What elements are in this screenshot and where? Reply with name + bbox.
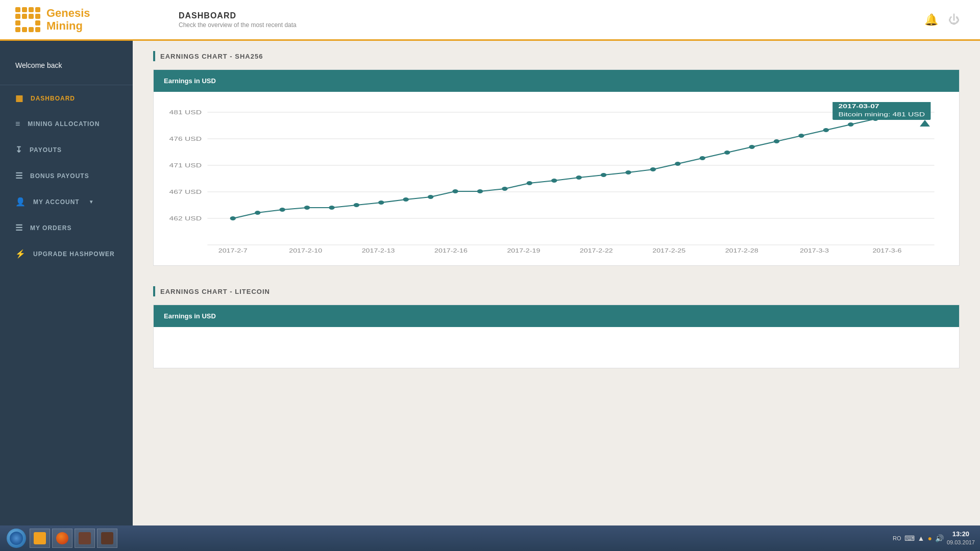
tray-arrow-icon: ▲ bbox=[918, 534, 925, 542]
logo-dot bbox=[15, 27, 20, 32]
tray-date-value: 09.03.2017 bbox=[947, 539, 975, 546]
sidebar-item-payouts-label: PAYOUTS bbox=[30, 146, 62, 154]
logo-dot bbox=[22, 20, 27, 26]
svg-text:2017-2-22: 2017-2-22 bbox=[580, 248, 613, 254]
svg-marker-53 bbox=[920, 120, 930, 127]
dashboard-icon: ▦ bbox=[15, 93, 23, 103]
svg-point-29 bbox=[428, 195, 433, 199]
list-icon: ☰ bbox=[15, 171, 23, 181]
litecoin-section-bar bbox=[153, 286, 155, 296]
litecoin-chart-header: Earnings in USD bbox=[154, 305, 959, 327]
svg-point-24 bbox=[304, 206, 310, 210]
logo-dot bbox=[15, 7, 20, 12]
sidebar-item-mining-label: MINING ALLOCATION bbox=[28, 120, 100, 128]
sidebar-item-dashboard[interactable]: ▦ DASHBOARD bbox=[0, 85, 133, 111]
svg-text:471 USD: 471 USD bbox=[169, 162, 202, 168]
start-orb bbox=[7, 529, 26, 548]
sidebar-item-upgrade-hashpower[interactable]: ⚡ UPGRADE HASHPOWER bbox=[0, 241, 133, 267]
sidebar-item-bonus-payouts[interactable]: ☰ BONUS PAYOUTS bbox=[0, 163, 133, 189]
litecoin-chart-body bbox=[154, 327, 959, 368]
header-title-area: DASHBOARD Check the overview of the most… bbox=[179, 11, 297, 29]
sidebar-item-my-orders[interactable]: ☰ MY ORDERS bbox=[0, 215, 133, 241]
svg-point-46 bbox=[848, 122, 853, 127]
logo-dot bbox=[22, 14, 27, 19]
logo-dot bbox=[35, 27, 40, 32]
tray-volume-icon: 🔊 bbox=[935, 534, 944, 542]
bolt-icon: ⚡ bbox=[15, 249, 26, 259]
content-area[interactable]: EARNINGS CHART - SHA256 Earnings in USD bbox=[133, 41, 980, 525]
sha256-section-header: EARNINGS CHART - SHA256 bbox=[153, 51, 960, 61]
start-button[interactable] bbox=[5, 528, 28, 548]
taskbar-firefox-btn[interactable] bbox=[52, 529, 72, 548]
logo-text: Genesis Mining bbox=[46, 7, 90, 32]
power-icon[interactable]: ⏻ bbox=[948, 13, 960, 27]
logo-dot bbox=[29, 20, 34, 26]
tray-keyboard-icon: ⌨ bbox=[904, 534, 915, 542]
sliders-icon: ≡ bbox=[15, 119, 20, 129]
logo-dot bbox=[15, 14, 20, 19]
taskbar-app1-btn[interactable] bbox=[75, 529, 95, 548]
svg-point-40 bbox=[700, 156, 705, 160]
svg-text:2017-2-25: 2017-2-25 bbox=[652, 248, 685, 254]
logo-dot bbox=[15, 20, 20, 26]
section-bar bbox=[153, 51, 155, 61]
taskbar-folder-btn[interactable] bbox=[30, 529, 50, 548]
svg-text:2017-3-3: 2017-3-3 bbox=[800, 248, 829, 254]
sha256-svg: 481 USD 476 USD 471 USD 467 USD 462 USD … bbox=[164, 102, 949, 255]
svg-point-34 bbox=[551, 179, 557, 183]
sidebar-item-payouts[interactable]: ↧ PAYOUTS bbox=[0, 137, 133, 163]
orders-icon: ☰ bbox=[15, 223, 23, 233]
svg-text:2017-2-28: 2017-2-28 bbox=[725, 248, 758, 254]
logo-dot bbox=[35, 7, 40, 12]
taskbar-tray: RO ⌨ ▲ ● 🔊 13:20 09.03.2017 bbox=[893, 530, 975, 547]
svg-point-26 bbox=[354, 203, 359, 207]
logo-dot bbox=[35, 20, 40, 26]
logo-dot bbox=[35, 14, 40, 19]
litecoin-title: EARNINGS CHART - LITECOIN bbox=[160, 288, 270, 295]
logo-genesis: Genesis bbox=[46, 7, 90, 19]
svg-point-25 bbox=[329, 206, 334, 210]
content-inner: EARNINGS CHART - SHA256 Earnings in USD bbox=[133, 41, 980, 409]
taskbar: RO ⌨ ▲ ● 🔊 13:20 09.03.2017 bbox=[0, 525, 980, 551]
taskbar-app2-btn[interactable] bbox=[97, 529, 117, 548]
litecoin-chart-container: Earnings in USD bbox=[153, 305, 960, 368]
svg-point-35 bbox=[576, 176, 581, 180]
sidebar-item-upgrade-label: UPGRADE HASHPOWER bbox=[33, 251, 115, 258]
svg-point-41 bbox=[724, 151, 730, 155]
bell-icon[interactable]: 🔔 bbox=[924, 13, 938, 27]
sha256-chart-body: 481 USD 476 USD 471 USD 467 USD 462 USD … bbox=[154, 92, 959, 265]
logo-dot bbox=[22, 7, 27, 12]
sidebar: Welcome back ▦ DASHBOARD ≡ MINING ALLOCA… bbox=[0, 41, 133, 525]
svg-point-21 bbox=[230, 216, 236, 220]
logo-dot bbox=[29, 27, 34, 32]
svg-text:476 USD: 476 USD bbox=[169, 136, 202, 142]
sha256-chart-section: EARNINGS CHART - SHA256 Earnings in USD bbox=[153, 51, 960, 266]
svg-point-32 bbox=[502, 187, 507, 191]
svg-point-37 bbox=[625, 170, 631, 174]
tray-language: RO bbox=[893, 535, 901, 541]
sidebar-item-bonus-label: BONUS PAYOUTS bbox=[30, 172, 89, 180]
svg-point-38 bbox=[650, 167, 656, 171]
logo-dot bbox=[29, 14, 34, 19]
sha256-title: EARNINGS CHART - SHA256 bbox=[160, 53, 263, 60]
svg-text:2017-03-07: 2017-03-07 bbox=[839, 103, 879, 109]
logo-mining: Mining bbox=[46, 20, 90, 32]
firefox-icon bbox=[56, 532, 68, 544]
sha256-chart-header: Earnings in USD bbox=[154, 70, 959, 92]
sidebar-item-dashboard-label: DASHBOARD bbox=[31, 95, 75, 102]
svg-point-43 bbox=[774, 139, 779, 143]
header-icons: 🔔 ⏻ bbox=[924, 13, 960, 27]
svg-point-42 bbox=[749, 145, 754, 149]
svg-text:2017-2-7: 2017-2-7 bbox=[218, 248, 248, 254]
logo-area: Genesis Mining bbox=[15, 7, 148, 32]
svg-text:481 USD: 481 USD bbox=[169, 109, 202, 115]
download-icon: ↧ bbox=[15, 145, 22, 155]
tray-time-value: 13:20 bbox=[947, 530, 975, 539]
svg-point-33 bbox=[527, 181, 532, 185]
chevron-down-icon: ▼ bbox=[89, 199, 94, 205]
svg-point-39 bbox=[675, 162, 680, 166]
sidebar-item-mining-allocation[interactable]: ≡ MINING ALLOCATION bbox=[0, 111, 133, 137]
sidebar-item-my-account[interactable]: 👤 MY ACCOUNT ▼ bbox=[0, 189, 133, 215]
app1-icon bbox=[79, 532, 91, 544]
app2-icon bbox=[101, 532, 113, 544]
